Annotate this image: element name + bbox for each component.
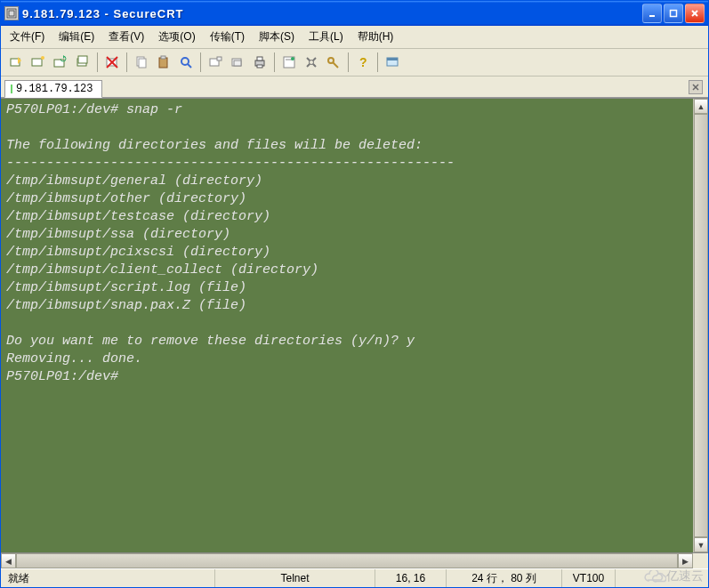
toolbar-separator: [97, 52, 98, 72]
menu-tools[interactable]: 工具(L): [305, 28, 347, 46]
tab-close-button[interactable]: [689, 80, 703, 94]
scroll-right-button[interactable]: ▶: [678, 553, 693, 568]
session-icon[interactable]: [383, 52, 402, 72]
svg-rect-16: [139, 59, 146, 68]
reconnect-icon[interactable]: [51, 52, 70, 72]
svg-point-33: [310, 60, 314, 65]
scroll-up-button[interactable]: ▲: [694, 99, 708, 114]
menu-edit[interactable]: 编辑(E): [55, 28, 98, 46]
status-bar: 就绪 Telnet 16, 16 24 行， 80 列 VT100: [1, 568, 708, 587]
close-button[interactable]: [685, 4, 705, 23]
session-tab[interactable]: 9.181.79.123: [4, 80, 102, 98]
connect-icon[interactable]: [28, 52, 48, 72]
toolbar-separator: [200, 52, 201, 72]
svg-point-30: [291, 57, 294, 60]
svg-rect-26: [257, 57, 262, 60]
svg-rect-18: [161, 56, 165, 59]
svg-rect-3: [671, 11, 677, 17]
status-ready: 就绪: [1, 569, 214, 587]
find-icon[interactable]: [176, 52, 196, 72]
key-icon[interactable]: [324, 52, 343, 72]
svg-rect-7: [32, 59, 42, 66]
svg-rect-17: [159, 58, 167, 68]
application-window: 9.181.79.123 - SecureCRT 文件(F) 编辑(E) 查看(…: [0, 0, 709, 588]
toolbar-separator: [274, 52, 275, 72]
horizontal-scrollbar[interactable]: ◀ ▶: [1, 553, 693, 568]
menu-options[interactable]: 选项(O): [155, 28, 198, 46]
terminal-container: P570LP01:/dev# snap -r The following dir…: [1, 98, 708, 553]
svg-rect-1: [9, 11, 14, 16]
menu-bar: 文件(F) 编辑(E) 查看(V) 选项(O) 传输(T) 脚本(S) 工具(L…: [1, 26, 708, 49]
maximize-button[interactable]: [664, 4, 683, 23]
svg-line-35: [333, 62, 338, 68]
tab-active-marker: [11, 85, 12, 93]
paste-icon[interactable]: [154, 52, 173, 72]
window-controls: [642, 4, 705, 23]
svg-rect-27: [257, 65, 262, 68]
session-tab-bar: 9.181.79.123: [1, 77, 708, 98]
scroll-thumb-h[interactable]: [16, 553, 678, 568]
scroll-track[interactable]: [694, 114, 708, 537]
scroll-track-h[interactable]: [16, 553, 678, 568]
toolbar-separator: [126, 52, 127, 72]
svg-line-20: [188, 64, 191, 68]
tab-label: 9.181.79.123: [16, 83, 93, 95]
disconnect-all-icon[interactable]: [102, 52, 122, 72]
properties-icon[interactable]: [279, 52, 299, 72]
menu-file[interactable]: 文件(F): [6, 28, 48, 46]
svg-rect-9: [54, 60, 64, 67]
vertical-scrollbar[interactable]: ▲ ▼: [693, 99, 708, 552]
svg-rect-24: [234, 60, 241, 66]
quick-connect-icon[interactable]: [6, 52, 26, 72]
settings-icon[interactable]: [302, 52, 321, 72]
svg-point-8: [41, 56, 44, 60]
status-term: VT100: [561, 569, 615, 587]
minimize-button[interactable]: [642, 4, 662, 23]
terminal-output[interactable]: P570LP01:/dev# snap -r The following dir…: [1, 99, 693, 552]
print-icon[interactable]: [250, 52, 270, 72]
svg-rect-11: [78, 56, 87, 63]
title-bar[interactable]: 9.181.79.123 - SecureCRT: [1, 1, 708, 26]
menu-script[interactable]: 脚本(S): [255, 28, 298, 46]
status-protocol: Telnet: [214, 569, 375, 587]
help-icon[interactable]: ?: [353, 52, 373, 72]
watermark-text: 亿速云: [666, 568, 704, 584]
svg-text:?: ?: [359, 55, 367, 69]
print-screen-icon[interactable]: [228, 52, 247, 72]
svg-rect-22: [217, 57, 222, 60]
print-setup-icon[interactable]: [205, 52, 225, 72]
copy-icon[interactable]: [132, 52, 151, 72]
menu-view[interactable]: 查看(V): [105, 28, 148, 46]
scroll-down-button[interactable]: ▼: [694, 537, 708, 552]
scroll-thumb[interactable]: [694, 114, 708, 537]
svg-rect-38: [387, 58, 398, 60]
menu-help[interactable]: 帮助(H): [354, 28, 398, 46]
menu-transfer[interactable]: 传输(T): [206, 28, 248, 46]
scroll-left-button[interactable]: ◀: [1, 553, 16, 568]
svg-point-19: [181, 58, 189, 65]
window-title: 9.181.79.123 - SecureCRT: [22, 7, 642, 20]
scrollbar-corner: [693, 553, 708, 568]
status-cursor: 16, 16: [375, 569, 446, 587]
watermark: 亿速云: [643, 568, 704, 584]
cloud-icon: [643, 570, 663, 583]
disconnect-icon[interactable]: [73, 52, 93, 72]
app-icon: [4, 6, 19, 20]
toolbar-separator: [377, 52, 378, 72]
toolbar-separator: [348, 52, 349, 72]
status-size: 24 行， 80 列: [446, 569, 561, 587]
toolbar: ?: [1, 49, 708, 77]
